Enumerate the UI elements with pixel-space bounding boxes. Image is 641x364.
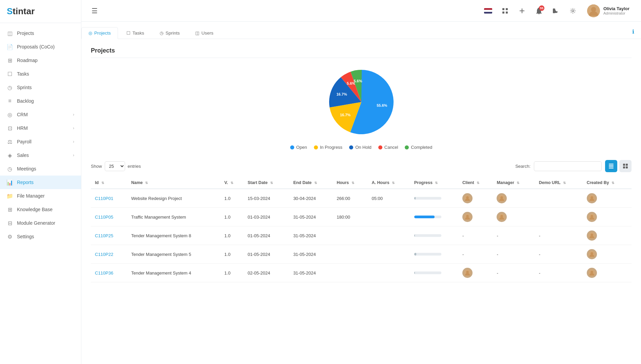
hrm-icon: ⊡ [7,125,13,131]
sidebar-item-crm[interactable]: ◎ CRM › [0,108,81,121]
chevron-icon: › [73,112,74,117]
backlog-icon: ≡ [7,98,13,104]
list-view-button[interactable] [605,160,617,172]
avatar [462,268,473,278]
td-v: 1.0 [220,226,244,245]
td-name: Tender Management System 4 [127,264,220,282]
user-profile[interactable]: Olivia Taylor Administrator [584,2,633,19]
svg-rect-19 [623,164,625,166]
grid-view-button[interactable] [619,160,632,172]
col-demo-url[interactable]: Demo URL ⇅ [535,177,583,189]
svg-point-32 [501,215,503,218]
td-demo-url: - [535,245,583,264]
entries-select[interactable]: 25 50 100 [105,161,125,171]
td-id[interactable]: C110P05 [91,208,127,226]
view-buttons [605,160,632,172]
td-created-by [583,208,632,226]
menu-toggle-button[interactable]: ☰ [89,5,100,17]
td-a-hours [368,226,410,245]
tab-sprints[interactable]: ◷ Sprints [153,27,187,39]
svg-rect-20 [626,164,628,166]
sidebar-item-roadmap[interactable]: ⊞ Roadmap [0,54,81,67]
legend-item-completed: Completed [405,145,432,150]
td-name: Website Redesign Project [127,189,220,208]
td-client [458,189,493,208]
avatar [587,230,597,241]
col-v[interactable]: V. ⇅ [220,177,244,189]
td-demo-url [535,208,583,226]
legend-item-in-progress: In Progress [314,145,342,150]
col-progress[interactable]: Progress ⇅ [410,177,458,189]
pie-chart: 55.6%16.7%16.7%5.6%5.6% [324,65,399,139]
td-id[interactable]: C110P22 [91,245,127,264]
avatar [462,212,473,222]
dark-mode-icon[interactable] [550,5,562,17]
sidebar-item-backlog[interactable]: ≡ Backlog [0,94,81,108]
sidebar-item-proposals[interactable]: 📄 Proposals (CoCo) [0,40,81,54]
td-manager: - [493,245,535,264]
col-hours[interactable]: Hours ⇅ [333,177,367,189]
svg-point-7 [572,10,574,12]
td-a-hours [368,245,410,264]
svg-point-24 [466,196,469,199]
svg-point-30 [466,215,469,218]
sidebar-item-sales[interactable]: ◈ Sales › [0,148,81,162]
col-manager[interactable]: Manager ⇅ [493,177,535,189]
header-actions: 55 Olivia Taylor Administrator [482,2,633,19]
sidebar-item-meetings[interactable]: ◷ Meetings [0,162,81,176]
td-v: 1.0 [220,264,244,282]
sidebar-item-label: CRM [17,112,28,117]
user-info: Olivia Taylor Administrator [603,6,629,15]
col-client[interactable]: Client ⇅ [458,177,493,189]
td-id[interactable]: C110P25 [91,226,127,245]
table-row: C110P05 Traffic Management System 1.0 01… [91,208,632,226]
col-created-by[interactable]: Created By ⇅ [583,177,632,189]
td-id[interactable]: C110P36 [91,264,127,282]
sidebar-item-tasks[interactable]: ☐ Tasks [0,67,81,81]
col-id[interactable]: Id ⇅ [91,177,127,189]
sidebar-item-label: Reports [17,180,34,185]
plus-icon[interactable] [516,5,528,17]
sprints-icon: ◷ [7,84,13,90]
col-start-date[interactable]: Start Date ⇅ [243,177,289,189]
tab-projects[interactable]: ◎ Projects [81,27,118,39]
tab-users[interactable]: ◫ Users [188,27,220,39]
td-progress [410,226,458,245]
svg-point-9 [591,7,596,12]
sidebar-item-reports[interactable]: 📊 Reports [0,176,81,189]
flag-icon[interactable] [482,5,494,17]
sidebar-item-projects[interactable]: ◫ Projects [0,26,81,40]
svg-point-38 [590,252,593,255]
td-start-date: 01-05-2024 [243,245,289,264]
search-input[interactable] [534,161,602,171]
td-hours [333,226,367,245]
sidebar-item-module-generator[interactable]: ⊟ Module Generator [0,216,81,230]
info-icon[interactable]: ℹ [632,27,634,35]
avatar [587,249,597,259]
col-name[interactable]: Name ⇅ [127,177,220,189]
sidebar-item-file-manager[interactable]: 📁 File Manager [0,189,81,203]
sidebar-item-label: Sales [17,153,29,158]
table-controls: Show 25 50 100 entries Search: [91,160,632,172]
sidebar-item-knowledge-base[interactable]: ⊞ Knowledge Base [0,203,81,216]
sidebar-item-settings[interactable]: ⚙ Settings [0,230,81,243]
sidebar-item-sprints[interactable]: ◷ Sprints [0,81,81,94]
table-row: C110P01 Website Redesign Project 1.0 15-… [91,189,632,208]
sidebar-item-label: File Manager [17,193,45,199]
td-client: - [458,245,493,264]
sidebar-item-label: Roadmap [17,58,38,63]
content-area: ◎ Projects ☐ Tasks ◷ Sprints ◫ Users ℹ [81,22,641,364]
sidebar-item-payroll[interactable]: ⚖ Payroll › [0,135,81,148]
reports-icon: 📊 [7,179,13,185]
col-end-date[interactable]: End Date ⇅ [289,177,333,189]
settings-icon[interactable] [567,5,579,17]
sidebar-item-label: Module Generator [17,220,55,226]
tab-tasks[interactable]: ☐ Tasks [119,27,152,39]
col-a-hours[interactable]: A. Hours ⇅ [368,177,410,189]
apps-icon[interactable] [499,5,511,17]
td-id[interactable]: C110P01 [91,189,127,208]
sidebar-item-hrm[interactable]: ⊡ HRM › [0,121,81,135]
sidebar-item-label: Sprints [17,85,32,90]
notification-icon[interactable]: 55 [533,5,545,17]
td-client [458,208,493,226]
